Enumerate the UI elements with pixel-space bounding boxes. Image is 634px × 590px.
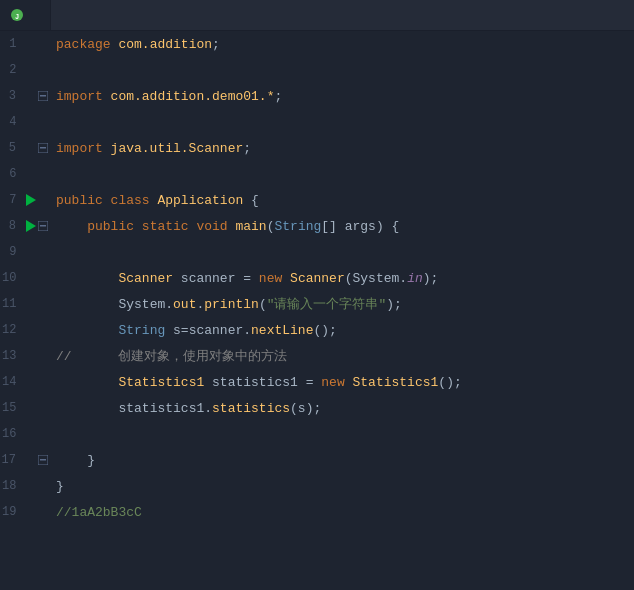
gutter-row: 19 [0,499,48,525]
fold-icon [38,167,48,181]
token-indent [56,453,87,468]
token-plain: (s); [290,401,321,416]
fold-icon[interactable] [38,89,48,103]
token-method: main [235,219,266,234]
fold-icon [38,323,48,337]
run-button[interactable] [24,219,38,233]
token-plain: (); [438,375,461,390]
svg-rect-9 [40,459,46,461]
token-pkg: java.util.Scanner [111,141,244,156]
token-keyword: class [111,193,158,208]
token-plain: System [118,297,165,312]
code-line: } [48,473,634,499]
code-line [48,57,634,83]
token-method: nextLine [251,323,313,338]
code-line: Scanner scanner = new Scanner(System.in)… [48,265,634,291]
fold-icon[interactable] [38,219,48,233]
code-line: System.out.println("请输入一个字符串"); [48,291,634,317]
line-number: 12 [0,323,24,337]
fold-icon [38,115,48,129]
fold-icon [38,193,48,207]
fold-icon [38,427,48,441]
token-comment: // 创建对象，使用对象中的方法 [56,347,287,365]
java-file-icon: J [10,8,24,22]
token-plain: statistics1 = [204,375,321,390]
gutter-row: 11 [0,291,48,317]
token-italic: in [407,271,423,286]
fold-icon[interactable] [38,453,48,467]
run-button [24,375,38,389]
code-line [48,109,634,135]
line-number: 8 [0,219,24,233]
fold-icon[interactable] [38,141,48,155]
run-arrow-icon[interactable] [26,194,36,206]
gutter-row: 17 [0,447,48,473]
fold-icon [38,271,48,285]
run-button [24,115,38,129]
fold-icon [38,479,48,493]
token-string: "请输入一个字符串" [267,295,387,313]
line-number: 10 [0,271,24,285]
gutter: 12345678910111213141516171819 [0,31,48,590]
token-method: statistics [212,401,290,416]
run-arrow-icon[interactable] [26,220,36,232]
run-button[interactable] [24,193,38,207]
tab-application-java[interactable]: J [0,0,51,30]
token-plain: System [353,271,400,286]
line-number: 14 [0,375,24,389]
token-plain: ( [345,271,353,286]
code-line: public static void main(String[] args) { [48,213,634,239]
token-keyword: new [259,271,290,286]
token-method: println [204,297,259,312]
token-kw-blue: String [118,323,165,338]
line-number: 18 [0,479,24,493]
token-plain: statistics1. [118,401,212,416]
gutter-row: 12 [0,317,48,343]
token-classname: Scanner [118,271,173,286]
svg-rect-5 [40,147,46,149]
run-button [24,479,38,493]
token-plain: . [196,297,204,312]
token-plain: } [87,453,95,468]
run-button [24,167,38,181]
line-number: 19 [0,505,24,519]
token-keyword: new [321,375,352,390]
line-number: 13 [0,349,24,363]
token-indent [56,401,118,416]
token-plain: ); [386,297,402,312]
token-keyword: static [142,219,197,234]
fold-icon [38,349,48,363]
run-button [24,141,38,155]
run-button [24,349,38,363]
token-indent [56,323,118,338]
code-line [48,239,634,265]
token-plain: ( [259,297,267,312]
token-classname: Scanner [290,271,345,286]
token-plain: ; [274,89,282,104]
token-plain: (); [313,323,336,338]
tab-close-button[interactable] [36,13,40,17]
code-line: String s=scanner.nextLine(); [48,317,634,343]
svg-rect-7 [40,225,46,227]
code-line: //1aA2bB3cC [48,499,634,525]
fold-icon [38,505,48,519]
token-plain: s=scanner. [165,323,251,338]
code-line: import java.util.Scanner; [48,135,634,161]
code-area[interactable]: package com.addition;import com.addition… [48,31,634,590]
run-button [24,453,38,467]
run-button [24,505,38,519]
fold-icon [38,245,48,259]
gutter-row: 7 [0,187,48,213]
run-button [24,89,38,103]
code-line: Statistics1 statistics1 = new Statistics… [48,369,634,395]
run-button [24,297,38,311]
token-pkg: com.addition.demo01.* [111,89,275,104]
line-number: 9 [0,245,24,259]
run-button [24,245,38,259]
token-pkg: com.addition [118,37,212,52]
code-line: import com.addition.demo01.*; [48,83,634,109]
token-method: out [173,297,196,312]
token-plain: ( [267,219,275,234]
token-classname: Statistics1 [118,375,204,390]
code-line [48,421,634,447]
